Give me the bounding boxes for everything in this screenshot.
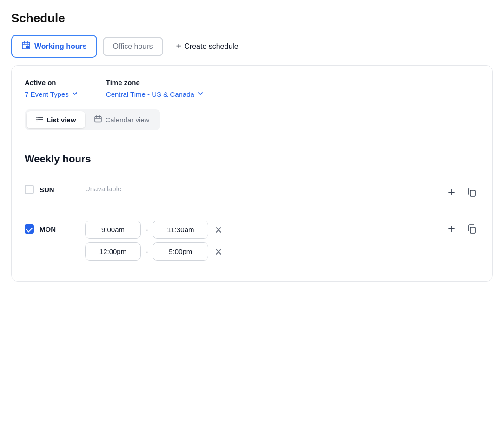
plus-icon: + xyxy=(176,41,182,52)
mon-copy-button[interactable] xyxy=(464,221,479,236)
chevron-down-icon-tz xyxy=(197,90,204,98)
page-title: Schedule xyxy=(11,11,493,26)
tab-working-hours[interactable]: ✓ Working hours xyxy=(11,35,97,58)
svg-point-8 xyxy=(36,119,37,120)
sun-actions xyxy=(435,184,479,200)
list-view-button[interactable]: List view xyxy=(27,111,85,128)
sun-label: SUN xyxy=(40,186,62,194)
mon-slot1-end[interactable] xyxy=(153,221,208,239)
mon-slot-2: - xyxy=(85,242,435,261)
active-on-label: Active on xyxy=(25,79,78,87)
svg-rect-16 xyxy=(470,190,475,196)
timezone-field: Time zone Central Time - US & Canada xyxy=(106,79,204,98)
tab-office-hours-label: Office hours xyxy=(113,42,153,51)
mon-time-slots: - - xyxy=(85,221,435,261)
active-on-field: Active on 7 Event Types xyxy=(25,79,78,98)
mon-checkbox-area: MON xyxy=(25,221,85,234)
mon-add-slot-button[interactable] xyxy=(444,221,459,236)
svg-point-10 xyxy=(36,121,37,121)
calendar-view-label: Calendar view xyxy=(105,116,149,124)
sun-unavailable: Unavailable xyxy=(85,184,121,193)
tab-working-hours-label: Working hours xyxy=(34,42,87,51)
list-view-label: List view xyxy=(46,116,76,124)
mon-label: MON xyxy=(40,225,62,233)
mon-slot1-start[interactable] xyxy=(85,221,141,239)
mon-actions xyxy=(435,221,479,236)
mon-slot2-end[interactable] xyxy=(153,242,208,261)
svg-text:✓: ✓ xyxy=(27,46,28,48)
mon-checkbox[interactable] xyxy=(25,224,34,234)
tabs-row: ✓ Working hours Office hours + Create sc… xyxy=(11,35,493,58)
mon-slot2-start[interactable] xyxy=(85,242,141,261)
calendar-view-button[interactable]: Calendar view xyxy=(85,111,159,128)
list-view-icon xyxy=(36,115,43,124)
panel-top: Active on 7 Event Types Time zone xyxy=(12,66,492,140)
view-toggle: List view Calendar view xyxy=(25,109,160,130)
svg-rect-17 xyxy=(470,227,475,233)
mon-slot-1: - xyxy=(85,221,435,239)
active-on-value[interactable]: 7 Event Types xyxy=(25,90,78,98)
sun-checkbox[interactable] xyxy=(25,185,34,194)
svg-point-6 xyxy=(36,117,37,118)
create-schedule-label: Create schedule xyxy=(184,42,239,51)
mon-slot2-remove[interactable] xyxy=(212,245,225,258)
slot2-separator: - xyxy=(145,248,149,256)
slot1-separator: - xyxy=(145,226,149,234)
panel-fields-row: Active on 7 Event Types Time zone xyxy=(25,79,479,98)
create-schedule-button[interactable]: + Create schedule xyxy=(169,36,246,56)
weekly-hours-title: Weekly hours xyxy=(25,153,479,165)
mon-slot1-remove[interactable] xyxy=(212,223,225,236)
timezone-value[interactable]: Central Time - US & Canada xyxy=(106,90,204,98)
panel-bottom: Weekly hours SUN Unavailable xyxy=(12,140,492,281)
divider-sun-mon xyxy=(25,209,479,209)
sun-add-slot-button[interactable] xyxy=(444,185,459,200)
chevron-down-icon xyxy=(72,90,78,98)
sun-copy-button[interactable] xyxy=(464,185,479,200)
tab-office-hours[interactable]: Office hours xyxy=(103,37,163,56)
sun-checkbox-area: SUN xyxy=(25,184,85,194)
main-panel: Active on 7 Event Types Time zone xyxy=(11,65,493,282)
calendar-view-icon xyxy=(94,115,102,124)
day-row-mon: MON - xyxy=(25,211,479,268)
calendar-badge-icon: ✓ xyxy=(21,40,31,52)
svg-rect-12 xyxy=(95,117,101,122)
timezone-label: Time zone xyxy=(106,79,204,87)
day-row-sun: SUN Unavailable xyxy=(25,176,479,207)
